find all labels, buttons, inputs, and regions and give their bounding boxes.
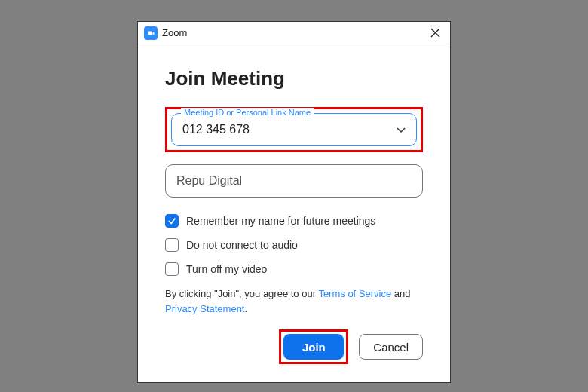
- no-video-row[interactable]: Turn off my video: [165, 262, 423, 276]
- remember-name-row[interactable]: Remember my name for future meetings: [165, 214, 423, 228]
- no-audio-label: Do not connect to audio: [186, 239, 298, 251]
- remember-name-label: Remember my name for future meetings: [186, 215, 375, 227]
- close-icon: [430, 28, 440, 38]
- button-row: Join Cancel: [165, 329, 423, 364]
- legal-text: By clicking "Join", you agree to our Ter…: [165, 286, 423, 316]
- name-input[interactable]: [175, 173, 413, 188]
- legal-suffix: .: [245, 303, 248, 314]
- zoom-app-icon: [144, 26, 158, 40]
- terms-of-service-link[interactable]: Terms of Service: [318, 288, 391, 299]
- no-video-label: Turn off my video: [186, 263, 267, 275]
- name-field[interactable]: [165, 164, 423, 198]
- join-meeting-dialog: Zoom Join Meeting Meeting ID or Personal…: [137, 21, 451, 383]
- cancel-button[interactable]: Cancel: [359, 334, 423, 360]
- dialog-content: Join Meeting Meeting ID or Personal Link…: [138, 44, 450, 379]
- meeting-id-highlight: Meeting ID or Personal Link Name: [165, 107, 423, 152]
- remember-name-checkbox[interactable]: [165, 214, 179, 228]
- join-button-highlight: Join: [279, 329, 348, 364]
- window-title: Zoom: [162, 27, 426, 38]
- no-audio-row[interactable]: Do not connect to audio: [165, 238, 423, 252]
- chevron-down-icon: [395, 124, 407, 136]
- no-video-checkbox[interactable]: [165, 262, 179, 276]
- meeting-id-input[interactable]: [181, 122, 395, 137]
- legal-prefix: By clicking "Join", you agree to our: [165, 288, 318, 299]
- close-button[interactable]: [426, 24, 444, 42]
- meeting-id-dropdown[interactable]: [395, 124, 407, 136]
- legal-middle: and: [391, 288, 410, 299]
- name-field-wrap: [165, 164, 423, 198]
- join-button[interactable]: Join: [283, 334, 344, 360]
- titlebar: Zoom: [138, 22, 450, 44]
- page-title: Join Meeting: [165, 67, 423, 90]
- privacy-statement-link[interactable]: Privacy Statement: [165, 303, 245, 314]
- meeting-id-label: Meeting ID or Personal Link Name: [181, 108, 314, 117]
- check-icon: [167, 216, 176, 225]
- meeting-id-field[interactable]: Meeting ID or Personal Link Name: [171, 113, 417, 146]
- no-audio-checkbox[interactable]: [165, 238, 179, 252]
